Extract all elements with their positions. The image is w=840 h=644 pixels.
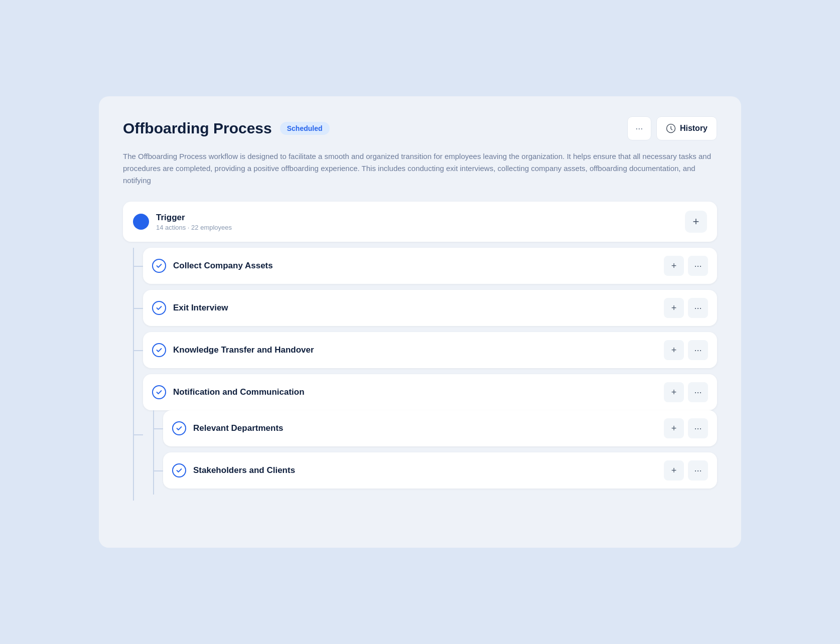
sub-step-more-button[interactable]: ··· <box>688 460 708 480</box>
step-more-button[interactable]: ··· <box>688 340 708 360</box>
step-notification-communication: Notification and Communication + ··· <box>143 374 717 495</box>
step-title: Knowledge Transfer and Handover <box>173 345 314 355</box>
plus-icon: + <box>671 303 677 313</box>
check-icon <box>152 385 166 399</box>
step-left: Collect Company Assets <box>152 259 273 273</box>
status-badge: Scheduled <box>280 122 330 135</box>
step-knowledge-transfer: Knowledge Transfer and Handover + ··· <box>143 332 717 368</box>
more-icon: ··· <box>694 387 702 398</box>
check-icon <box>172 421 186 435</box>
step-title: Notification and Communication <box>173 387 305 397</box>
trigger-title: Trigger <box>156 213 232 223</box>
step-card: Exit Interview + ··· <box>143 290 717 326</box>
sub-step-more-button[interactable]: ··· <box>688 418 708 438</box>
sub-step-title: Stakeholders and Clients <box>193 465 295 475</box>
step-actions: + ··· <box>664 256 708 276</box>
sub-step-relevant-departments: Relevant Departments + ··· <box>163 410 717 446</box>
step-actions: + ··· <box>664 340 708 360</box>
step-exit-interview: Exit Interview + ··· <box>143 290 717 326</box>
step-card: Notification and Communication + ··· <box>143 374 717 410</box>
trigger-left: Trigger 14 actions · 22 employees <box>133 213 232 231</box>
step-actions: + ··· <box>664 418 708 438</box>
plus-icon: + <box>671 423 677 434</box>
history-button[interactable]: History <box>656 116 717 140</box>
step-card: Collect Company Assets + ··· <box>143 248 717 284</box>
more-icon: ··· <box>694 261 702 271</box>
more-icon: ··· <box>694 345 702 356</box>
main-window: Offboarding Process Scheduled ··· Histor… <box>99 96 741 548</box>
workflow: Trigger 14 actions · 22 employees + <box>123 202 717 501</box>
plus-icon: + <box>671 387 677 398</box>
trigger-card: Trigger 14 actions · 22 employees + <box>123 202 717 242</box>
history-label: History <box>680 124 708 133</box>
header-right: ··· History <box>627 116 717 140</box>
step-left: Notification and Communication <box>152 385 305 399</box>
step-add-button[interactable]: + <box>664 382 684 402</box>
check-icon <box>152 343 166 357</box>
step-more-button[interactable]: ··· <box>688 256 708 276</box>
more-icon: ··· <box>694 423 702 434</box>
step-actions: + ··· <box>664 460 708 480</box>
trigger-dot <box>133 214 149 230</box>
plus-icon: + <box>693 215 699 228</box>
more-icon: ··· <box>694 465 702 476</box>
plus-icon: + <box>671 465 677 476</box>
sub-step-add-button[interactable]: + <box>664 418 684 438</box>
sub-step-card: Stakeholders and Clients + ··· <box>163 452 717 489</box>
step-actions: + ··· <box>664 298 708 318</box>
sub-steps-container: Relevant Departments + ··· <box>143 410 717 495</box>
step-actions: + ··· <box>664 382 708 402</box>
header-left: Offboarding Process Scheduled <box>123 120 330 137</box>
check-icon <box>172 463 186 477</box>
more-icon: ··· <box>635 123 643 134</box>
step-collect-company-assets: Collect Company Assets + ··· <box>143 248 717 284</box>
sub-step-left: Relevant Departments <box>172 421 284 435</box>
more-icon: ··· <box>694 303 702 313</box>
page-title: Offboarding Process <box>123 120 272 137</box>
step-add-button[interactable]: + <box>664 298 684 318</box>
step-add-button[interactable]: + <box>664 256 684 276</box>
trigger-info: Trigger 14 actions · 22 employees <box>156 213 232 231</box>
more-button[interactable]: ··· <box>627 116 651 140</box>
steps-container: Collect Company Assets + ··· <box>123 248 717 501</box>
sub-step-add-button[interactable]: + <box>664 460 684 480</box>
sub-step-stakeholders-clients: Stakeholders and Clients + ··· <box>163 452 717 489</box>
clock-icon <box>666 123 676 133</box>
check-icon <box>152 301 166 315</box>
header: Offboarding Process Scheduled ··· Histor… <box>123 116 717 140</box>
sub-step-left: Stakeholders and Clients <box>172 463 295 477</box>
check-icon <box>152 259 166 273</box>
trigger-add-button[interactable]: + <box>685 211 707 233</box>
step-left: Exit Interview <box>152 301 228 315</box>
step-title: Exit Interview <box>173 303 228 313</box>
trigger-meta: 14 actions · 22 employees <box>156 224 232 231</box>
description-text: The Offboarding Process workflow is desi… <box>123 150 717 187</box>
sub-step-title: Relevant Departments <box>193 423 284 433</box>
step-more-button[interactable]: ··· <box>688 382 708 402</box>
step-card: Knowledge Transfer and Handover + ··· <box>143 332 717 368</box>
fade-overlay <box>99 508 741 548</box>
plus-icon: + <box>671 261 677 271</box>
step-add-button[interactable]: + <box>664 340 684 360</box>
plus-icon: + <box>671 345 677 356</box>
sub-step-card: Relevant Departments + ··· <box>163 410 717 446</box>
step-left: Knowledge Transfer and Handover <box>152 343 314 357</box>
step-title: Collect Company Assets <box>173 261 273 271</box>
step-more-button[interactable]: ··· <box>688 298 708 318</box>
